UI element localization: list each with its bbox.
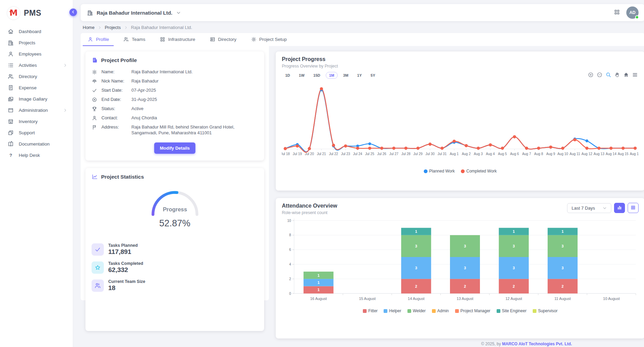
app-title: PMS [24,9,41,18]
chart-menu-icon[interactable] [632,72,638,78]
field-label: End Date: [101,96,131,103]
legend-item-supervisor[interactable]: Supervisor [533,308,558,313]
legend-item-fitter[interactable]: Fitter [363,308,377,313]
sidebar-item-label: Expense [19,85,67,90]
pan-icon[interactable] [614,72,620,78]
svg-text:Aug 4: Aug 4 [486,152,495,156]
legend-item-welder[interactable]: Welder [407,308,426,313]
field-label: Nick Name: [101,78,131,84]
image-icon [7,96,14,102]
sidebar-item-image-gallary[interactable]: Image Gallary [0,93,73,105]
stat-label: Tasks Completed [108,261,143,266]
progress-line-chart[interactable]: Jul 18Jul 19Jul 20Jul 21Jul 22Jul 23Jul … [282,81,639,168]
company-selector[interactable]: Raja Bahadur International Ltd. [87,10,181,16]
svg-text:2: 2 [289,277,291,281]
range-button-1d[interactable]: 1D [282,72,293,79]
selection-zoom-icon[interactable] [606,72,611,78]
app-logo[interactable]: M PMS [0,3,73,26]
field-value: Raja Bahadur Mill Rd, behind Sheraton Gr… [131,124,258,136]
tab-teams[interactable]: Teams [118,33,150,46]
project-progress-subtitle: Progress Overview by Project [282,64,639,69]
right-column: Project Progress Progress Overview by Pr… [276,46,644,347]
range-button-5y[interactable]: 5Y [367,72,379,79]
field-value: 07-Apr-2025 [131,87,258,93]
apps-grid-button[interactable] [614,9,620,16]
profile-field-name: Name:Raja Bahadur International Ltd. [92,69,258,75]
range-button-15d[interactable]: 15D [310,72,324,79]
field-value: Anuj Chordia [131,115,258,121]
sidebar-item-employees[interactable]: Employees [0,48,73,60]
breadcrumb-item-home[interactable]: Home [83,25,95,30]
svg-text:6: 6 [289,248,291,252]
sidebar-item-projects[interactable]: Projects [0,37,73,48]
modify-details-button[interactable]: Modify Details [154,142,195,154]
svg-text:4: 4 [289,262,291,266]
sidebar-item-directory[interactable]: Directory [0,71,73,82]
legend-marker [424,169,428,173]
sidebar-item-help-desk[interactable]: ?Help Desk [0,150,73,161]
tab-label: Infrastructure [168,37,195,42]
user-avatar[interactable]: AD [626,6,639,19]
sidebar-item-expense[interactable]: Expense [0,82,73,93]
sidebar-item-label: Administration [19,108,58,113]
breadcrumb-item-projects[interactable]: Projects [105,25,121,30]
attendance-controls: Last 7 Days [567,203,639,213]
bar-view-toggle[interactable] [614,203,625,213]
tab-directory[interactable]: Directory [205,33,241,46]
home-icon [7,28,14,35]
attendance-range-select[interactable]: Last 7 Days [567,203,611,213]
table-view-toggle[interactable] [628,203,639,213]
legend-label: Supervisor [538,308,558,313]
stat-text: Tasks Planned117,891 [108,243,138,256]
stat-tasks-completed: Tasks Completed62,332 [92,261,258,274]
legend-item-planned-work[interactable]: Planned Work [424,169,455,174]
svg-text:Jul 29: Jul 29 [414,152,423,156]
sidebar-item-support[interactable]: Support [0,127,73,138]
svg-text:Jul 27: Jul 27 [389,152,399,156]
attendance-subtitle: Role-wise present count [282,210,337,215]
range-button-1y[interactable]: 1Y [354,72,365,79]
tab-infrastructure[interactable]: Infrastructure [155,33,200,46]
field-label: Address: [101,124,131,136]
zoom-out-icon[interactable] [597,72,602,78]
check-icon [92,88,97,93]
sidebar-item-administration[interactable]: Administration [0,105,73,116]
sidebar-item-label: Projects [19,40,67,45]
progress-percent: 52.87% [159,218,191,229]
legend-item-helper[interactable]: Helper [384,308,401,313]
grid4-icon [160,36,165,42]
legend-label: Completed Work [466,169,497,174]
tab-project-setup[interactable]: Project Setup [246,33,292,46]
svg-text:2: 2 [513,284,515,288]
svg-text:2: 2 [464,284,466,288]
sidebar-item-dashboard[interactable]: Dashboard [0,26,73,37]
sidebar-item-activities[interactable]: Activities [0,60,73,71]
range-button-3m[interactable]: 3M [340,72,352,79]
svg-text:?: ? [9,153,12,158]
range-button-1w[interactable]: 1W [295,72,308,79]
question-icon: ? [7,152,14,159]
stat-text: Tasks Completed62,332 [108,261,143,274]
field-label: Contact: [101,115,131,121]
legend-item-project-manager[interactable]: Project Manager [455,308,490,313]
svg-text:1: 1 [415,229,417,233]
zoom-in-icon[interactable] [588,72,594,78]
tab-label: Profile [96,37,109,42]
legend-item-site-engineer[interactable]: Site Engineer [497,308,527,313]
sidebar-item-documentation[interactable]: Documentation [0,138,73,150]
attendance-bar-chart[interactable]: 024681016 August11115 August14 August233… [282,217,639,308]
sidebar-item-inventory[interactable]: Inventory [0,116,73,127]
progress-gauge: Progress 52.87% [92,186,258,229]
legend-marker [455,309,459,313]
range-button-1m[interactable]: 1M [326,72,338,79]
tab-profile[interactable]: Profile [83,33,114,46]
legend-item-admin[interactable]: Admin [432,308,449,313]
stat-label: Current Team Size [108,279,145,284]
legend-item-completed-work[interactable]: Completed Work [461,169,497,174]
sidebar-collapse-button[interactable] [69,9,77,16]
profile-field-start-date: Start Date:07-Apr-2025 [92,87,258,93]
statistics-list: Tasks Planned117,891Tasks Completed62,33… [92,243,258,292]
footer-link[interactable]: MARCO AIoT Technologies Pvt. Ltd. [502,342,572,346]
flag-icon [92,124,97,130]
reset-zoom-icon[interactable] [623,72,629,78]
